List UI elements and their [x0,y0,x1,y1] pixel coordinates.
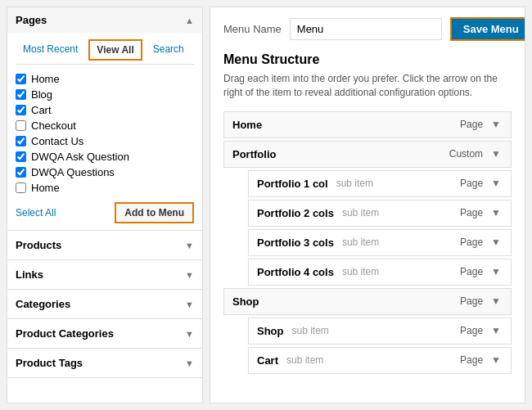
menu-item-portfolio1-left: Portfolio 1 col sub item [257,178,373,190]
left-panel: Pages ▲ Most Recent View All Search Home… [7,7,203,403]
menu-item-portfolio3-type: Page [460,237,483,248]
checkbox-home[interactable] [16,74,26,84]
product-categories-label: Product Categories [16,327,114,340]
pages-chevron-icon: ▲ [185,16,194,25]
menu-item-portfolio2-toggle[interactable]: ▼ [489,207,503,219]
pages-section-title: Pages [16,14,47,26]
menu-item-shop-sub[interactable]: Shop sub item Page ▼ [248,318,512,345]
menu-item-portfolio[interactable]: Portfolio Custom ▼ [223,141,512,168]
checkbox-cart[interactable] [16,105,26,115]
categories-section: Categories ▼ [7,290,202,319]
menu-item-portfolio-name: Portfolio [232,148,276,160]
links-collapsible[interactable]: Links ▼ [7,260,202,289]
links-section: Links ▼ [7,260,202,290]
tab-view-all[interactable]: View All [88,39,142,61]
menu-item-portfolio2-sublabel: sub item [342,207,379,219]
tab-most-recent[interactable]: Most Recent [16,39,85,61]
menu-item-home-left: Home [232,119,262,131]
menu-item-portfolio-right: Custom ▼ [449,148,503,160]
menu-item-shop-sub-type: Page [460,325,483,336]
menu-item-portfolio3-sublabel: sub item [342,237,379,248]
products-section: Products ▼ [7,231,202,260]
categories-chevron-icon: ▼ [185,300,194,309]
menu-item-portfolio3-right: Page ▼ [460,237,503,248]
menu-item-portfolio1-toggle[interactable]: ▼ [489,178,503,189]
menu-item-portfolio4-name: Portfolio 4 cols [257,266,334,278]
pages-content: Most Recent View All Search Home Blog Ca… [7,33,202,230]
select-all-row: Select All Add to Menu [16,202,194,223]
products-chevron-icon: ▼ [185,241,194,250]
menu-item-portfolio2-type: Page [460,207,483,219]
checkbox-dwqa-questions[interactable] [16,167,26,178]
menu-item-home-toggle[interactable]: ▼ [489,119,503,130]
list-item[interactable]: Blog [16,87,194,102]
pages-tabs: Most Recent View All Search [16,39,194,65]
list-item[interactable]: DWQA Ask Question [16,149,194,164]
checkbox-blog[interactable] [16,89,26,100]
menu-item-portfolio4[interactable]: Portfolio 4 cols sub item Page ▼ [248,259,512,286]
tab-search[interactable]: Search [146,39,192,61]
checkbox-checkout[interactable] [16,120,26,131]
product-tags-section: Product Tags ▼ [7,349,202,378]
menu-item-portfolio2-left: Portfolio 2 cols sub item [257,207,379,219]
menu-item-portfolio1[interactable]: Portfolio 1 col sub item Page ▼ [248,170,512,197]
menu-item-portfolio4-type: Page [460,266,483,277]
menu-item-shop-sub-name: Shop [257,325,284,337]
menu-item-shop[interactable]: Shop Page ▼ [223,288,512,315]
select-all-link[interactable]: Select All [16,207,56,219]
menu-item-portfolio2-right: Page ▼ [460,207,503,219]
menu-item-portfolio3-toggle[interactable]: ▼ [489,237,503,248]
list-item[interactable]: DWQA Questions [16,164,194,180]
menu-item-portfolio1-sublabel: sub item [336,178,373,189]
checkbox-dwqa-ask[interactable] [16,151,26,162]
menu-structure-section: Menu Structure Drag each item into the o… [223,52,512,376]
menu-item-shop-type: Page [460,295,483,307]
menu-item-portfolio3-name: Portfolio 3 cols [257,237,334,249]
menu-item-home[interactable]: Home Page ▼ [223,111,512,138]
pages-checkbox-list: Home Blog Cart Checkout Contact Us DWQA … [16,71,194,196]
menu-item-cart[interactable]: Cart sub item Page ▼ [248,347,512,374]
menu-item-cart-toggle[interactable]: ▼ [489,354,503,366]
products-label: Products [16,239,61,251]
product-categories-section: Product Categories ▼ [7,319,202,349]
menu-item-portfolio4-right: Page ▼ [460,266,503,277]
pages-section: Pages ▲ Most Recent View All Search Home… [7,7,202,231]
list-item[interactable]: Home [16,180,194,196]
menu-item-portfolio1-type: Page [460,178,483,189]
pages-section-header[interactable]: Pages ▲ [7,7,202,33]
product-tags-collapsible[interactable]: Product Tags ▼ [7,349,202,377]
menu-item-portfolio3-left: Portfolio 3 cols sub item [257,237,379,249]
list-item[interactable]: Home [16,71,194,87]
menu-item-shop-sub-toggle[interactable]: ▼ [489,325,503,336]
categories-collapsible[interactable]: Categories ▼ [7,290,202,318]
menu-item-shop-sub-right: Page ▼ [460,325,503,336]
add-to-menu-button[interactable]: Add to Menu [115,202,194,223]
list-item[interactable]: Checkout [16,118,194,133]
menu-item-portfolio-left: Portfolio [232,148,276,160]
menu-item-portfolio2[interactable]: Portfolio 2 cols sub item Page ▼ [248,200,512,227]
menu-item-cart-name: Cart [257,354,278,367]
list-item[interactable]: Cart [16,102,194,118]
menu-item-portfolio-toggle[interactable]: ▼ [489,148,503,160]
categories-label: Categories [16,298,70,310]
menu-name-row: Menu Name Save Menu [223,17,512,41]
menu-item-shop-sub-left: Shop sub item [257,325,329,337]
products-collapsible[interactable]: Products ▼ [7,231,202,259]
product-tags-label: Product Tags [16,357,83,369]
menu-item-portfolio1-name: Portfolio 1 col [257,178,328,190]
menu-structure-title: Menu Structure [223,52,512,67]
list-item[interactable]: Contact Us [16,133,194,149]
menu-item-cart-sublabel: sub item [286,354,323,366]
menu-item-portfolio3[interactable]: Portfolio 3 cols sub item Page ▼ [248,229,512,256]
checkbox-contact[interactable] [16,136,26,146]
menu-item-shop-toggle[interactable]: ▼ [489,295,503,307]
checkbox-home2[interactable] [16,182,26,193]
menu-item-portfolio4-toggle[interactable]: ▼ [489,266,503,277]
save-menu-button[interactable]: Save Menu [450,17,525,41]
product-categories-collapsible[interactable]: Product Categories ▼ [7,319,202,348]
menu-item-cart-right: Page ▼ [460,354,503,366]
menu-name-input[interactable] [290,18,442,40]
menu-item-shop-left: Shop [232,295,259,308]
product-categories-chevron-icon: ▼ [185,329,194,339]
menu-item-portfolio2-name: Portfolio 2 cols [257,207,334,219]
